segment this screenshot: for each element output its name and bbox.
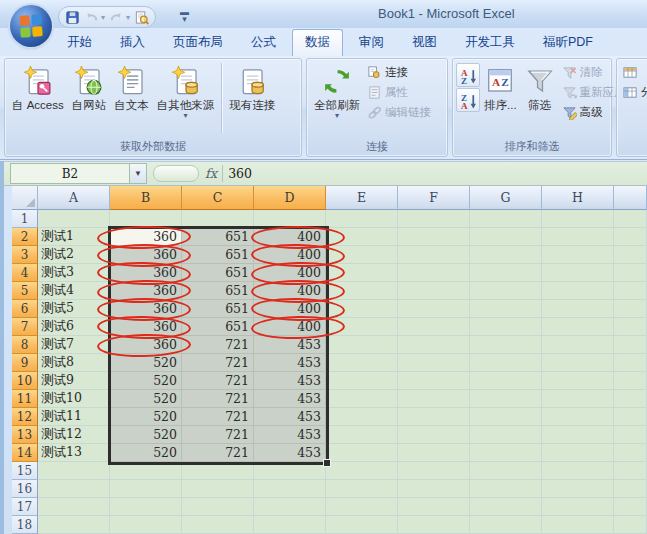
cell-F9[interactable]: [398, 354, 470, 372]
row-header-7[interactable]: 7: [12, 318, 38, 336]
cell-D4[interactable]: 400: [254, 264, 326, 282]
office-button[interactable]: [10, 5, 52, 47]
cell-B4[interactable]: 360: [110, 264, 182, 282]
连接-button[interactable]: 连接: [364, 63, 434, 82]
cell-E9[interactable]: [326, 354, 398, 372]
cell-F10[interactable]: [398, 372, 470, 390]
cell-H18[interactable]: [542, 516, 614, 534]
自 Access-button[interactable]: 自 Access: [8, 61, 68, 115]
cell-C12[interactable]: 721: [182, 408, 254, 426]
column-header-B[interactable]: B: [110, 186, 182, 210]
row-header-14[interactable]: 14: [12, 444, 38, 462]
row-header-12[interactable]: 12: [12, 408, 38, 426]
save-button[interactable]: [65, 10, 80, 25]
cell-B8[interactable]: 360: [110, 336, 182, 354]
cell-C4[interactable]: 651: [182, 264, 254, 282]
table1-button[interactable]: [620, 63, 647, 82]
cell-C1[interactable]: [182, 210, 254, 228]
row-header-4[interactable]: 4: [12, 264, 38, 282]
cell-G5[interactable]: [470, 282, 542, 300]
cell-B1[interactable]: [110, 210, 182, 228]
row-header-5[interactable]: 5: [12, 282, 38, 300]
row-header-1[interactable]: 1: [12, 210, 38, 228]
cell-H1[interactable]: [542, 210, 614, 228]
cell-B3[interactable]: 360: [110, 246, 182, 264]
cell-E12[interactable]: [326, 408, 398, 426]
cell-G10[interactable]: [470, 372, 542, 390]
cell-G12[interactable]: [470, 408, 542, 426]
cell-F17[interactable]: [398, 498, 470, 516]
row-header-10[interactable]: 10: [12, 372, 38, 390]
cell-D12[interactable]: 453: [254, 408, 326, 426]
print-preview-button[interactable]: [134, 10, 149, 25]
cell-H3[interactable]: [542, 246, 614, 264]
cell-H5[interactable]: [542, 282, 614, 300]
cell-H4[interactable]: [542, 264, 614, 282]
cell-H16[interactable]: [542, 480, 614, 498]
cell-D10[interactable]: 453: [254, 372, 326, 390]
tab-1[interactable]: 开始: [55, 30, 104, 56]
cell-F11[interactable]: [398, 390, 470, 408]
tab-6[interactable]: 审阅: [347, 30, 396, 56]
cell-F3[interactable]: [398, 246, 470, 264]
tab-9[interactable]: 福昕PDF: [531, 30, 605, 56]
cell-C11[interactable]: 721: [182, 390, 254, 408]
row-header-18[interactable]: 18: [12, 516, 38, 534]
tab-2[interactable]: 插入: [108, 30, 157, 56]
cell-A10[interactable]: 测试9: [38, 372, 110, 390]
cell-B16[interactable]: [110, 480, 182, 498]
column-header-H[interactable]: H: [542, 186, 614, 210]
cell-C18[interactable]: [182, 516, 254, 534]
cell-A18[interactable]: [38, 516, 110, 534]
cell-B17[interactable]: [110, 498, 182, 516]
cell-D1[interactable]: [254, 210, 326, 228]
cell-H7[interactable]: [542, 318, 614, 336]
cell-E18[interactable]: [326, 516, 398, 534]
cell-H11[interactable]: [542, 390, 614, 408]
自网站-button[interactable]: 自网站: [68, 61, 111, 115]
select-all-corner[interactable]: [12, 186, 38, 210]
cell-B5[interactable]: 360: [110, 282, 182, 300]
cell-A11[interactable]: 测试10: [38, 390, 110, 408]
cell-A2[interactable]: 测试1: [38, 228, 110, 246]
cell-C8[interactable]: 721: [182, 336, 254, 354]
cell-G13[interactable]: [470, 426, 542, 444]
cell-D13[interactable]: 453: [254, 426, 326, 444]
cell-D6[interactable]: 400: [254, 300, 326, 318]
cell-C13[interactable]: 721: [182, 426, 254, 444]
cell-B15[interactable]: [110, 462, 182, 480]
cell-H2[interactable]: [542, 228, 614, 246]
cell-E2[interactable]: [326, 228, 398, 246]
tab-4[interactable]: 公式: [239, 30, 288, 56]
cell-E13[interactable]: [326, 426, 398, 444]
cell-C3[interactable]: 651: [182, 246, 254, 264]
row-header-15[interactable]: 15: [12, 462, 38, 480]
cell-C5[interactable]: 651: [182, 282, 254, 300]
cell-C2[interactable]: 651: [182, 228, 254, 246]
fill-handle[interactable]: [323, 459, 331, 467]
row-header-6[interactable]: 6: [12, 300, 38, 318]
cell-G14[interactable]: [470, 444, 542, 462]
cell-B6[interactable]: 360: [110, 300, 182, 318]
自文本-button[interactable]: 自文本: [110, 61, 153, 115]
cell-F15[interactable]: [398, 462, 470, 480]
cell-A13[interactable]: 测试12: [38, 426, 110, 444]
column-header-E[interactable]: E: [326, 186, 398, 210]
cell-B11[interactable]: 520: [110, 390, 182, 408]
cell-G17[interactable]: [470, 498, 542, 516]
cell-A8[interactable]: 测试7: [38, 336, 110, 354]
cell-E11[interactable]: [326, 390, 398, 408]
排序...-button[interactable]: AZ排序...: [480, 61, 521, 115]
cell-E17[interactable]: [326, 498, 398, 516]
row-header-11[interactable]: 11: [12, 390, 38, 408]
cell-F6[interactable]: [398, 300, 470, 318]
cell-D9[interactable]: 453: [254, 354, 326, 372]
column-header-F[interactable]: F: [398, 186, 470, 210]
cell-B9[interactable]: 520: [110, 354, 182, 372]
cell-C7[interactable]: 651: [182, 318, 254, 336]
cell-A5[interactable]: 测试4: [38, 282, 110, 300]
cell-G18[interactable]: [470, 516, 542, 534]
cell-A7[interactable]: 测试6: [38, 318, 110, 336]
column-header-D[interactable]: D: [254, 186, 326, 210]
sort-descending-button[interactable]: ZA: [456, 88, 480, 112]
